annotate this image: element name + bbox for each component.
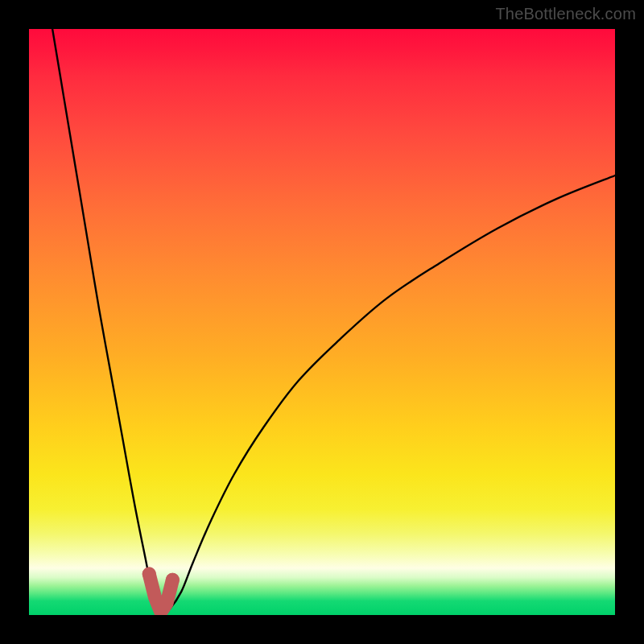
watermark-text: TheBottleneck.com <box>495 5 636 23</box>
chart-frame: TheBottleneck.com <box>0 0 644 644</box>
chart-plot-area <box>29 29 615 615</box>
bottleneck-curve <box>52 29 615 612</box>
chart-svg <box>29 29 615 615</box>
valley-marker-endcap <box>142 568 156 581</box>
valley-marker-endcap <box>166 573 180 587</box>
